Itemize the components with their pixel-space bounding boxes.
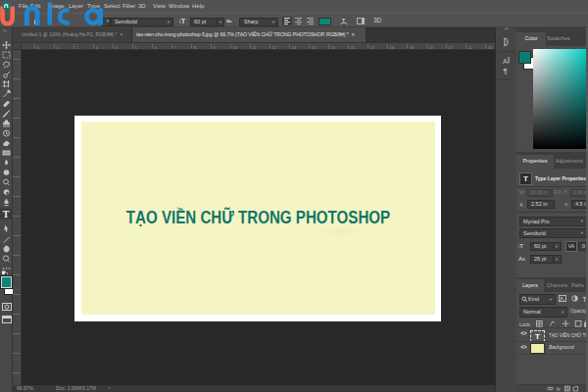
svg-text:fx: fx [557, 386, 561, 391]
svg-text:14: 14 [312, 45, 317, 50]
svg-text:20: 20 [429, 45, 434, 50]
svg-text:23: 23 [488, 45, 493, 50]
svg-text:19: 19 [410, 45, 415, 50]
svg-text:15: 15 [331, 45, 336, 50]
svg-text:13: 13 [292, 45, 297, 50]
svg-text:A: A [503, 58, 508, 65]
svg-text:18: 18 [390, 45, 395, 50]
svg-text:¶: ¶ [504, 68, 508, 75]
svg-text:17: 17 [370, 45, 375, 50]
svg-text:11: 11 [253, 45, 258, 50]
svg-text:12: 12 [272, 45, 277, 50]
svg-text:16: 16 [351, 45, 356, 50]
svg-text:22: 22 [468, 45, 473, 50]
svg-text:10: 10 [233, 45, 238, 50]
svg-text:21: 21 [449, 45, 454, 50]
svg-text:T: T [3, 209, 10, 220]
